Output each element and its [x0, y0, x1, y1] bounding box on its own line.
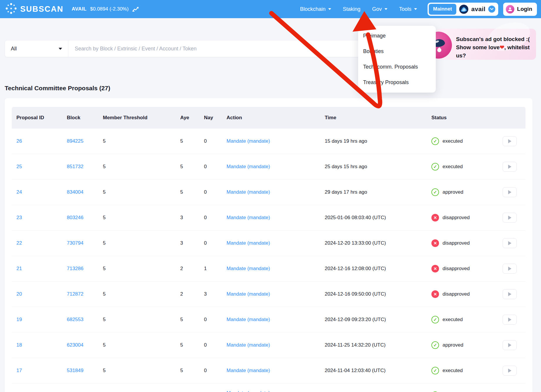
expand-row-button[interactable] — [503, 289, 517, 299]
expand-row-button[interactable] — [503, 162, 517, 172]
table-row-partial: Mandate (mandate) ✓ — [12, 384, 525, 392]
member-threshold-value: 5 — [103, 138, 180, 144]
expand-row-button[interactable] — [503, 366, 517, 376]
action-link[interactable]: Mandate (mandate) — [227, 189, 270, 195]
proposal-id-link[interactable]: 25 — [16, 164, 22, 169]
col-header-aye: Aye — [180, 115, 204, 121]
search-filter-dropdown[interactable]: All — [5, 40, 68, 57]
status-cell: ✓ executed — [431, 162, 521, 172]
proposal-id-link[interactable]: 21 — [16, 266, 22, 271]
block-link[interactable]: 682553 — [67, 317, 84, 322]
login-button[interactable]: Login — [503, 3, 537, 16]
expand-row-button[interactable] — [503, 264, 517, 274]
check-circle-icon: ✓ — [431, 367, 439, 374]
status-cell: ✕ disapproved — [431, 264, 521, 274]
action-link[interactable]: Mandate (mandate) — [227, 240, 270, 246]
expand-row-button[interactable] — [503, 187, 517, 197]
block-link[interactable]: 623004 — [67, 342, 84, 348]
gov-menu-item-bounties[interactable]: Bounties — [358, 44, 436, 59]
member-threshold-value: 5 — [103, 342, 180, 348]
action-link[interactable]: Mandate (mandate) — [227, 368, 270, 373]
nav-item-gov[interactable]: Gov — [372, 6, 387, 12]
status-label: approved — [443, 342, 463, 348]
login-label: Login — [517, 6, 532, 12]
action-link[interactable]: Mandate (mandate) — [227, 390, 270, 392]
action-link[interactable]: Mandate (mandate) — [227, 138, 270, 144]
token-price: $0.0894 (-2.30%) — [90, 6, 129, 12]
block-link[interactable]: 851732 — [67, 164, 84, 169]
expand-row-button[interactable] — [503, 315, 517, 325]
time-value: 2024-11-25 14:32:20 (UTC) — [325, 342, 431, 348]
action-link[interactable]: Mandate (mandate) — [227, 291, 270, 297]
aye-count: 3 — [180, 240, 204, 246]
nav-item-staking[interactable]: Staking — [343, 6, 360, 12]
proposal-id-link[interactable]: 26 — [16, 138, 22, 144]
action-link[interactable]: Mandate (mandate) — [227, 342, 270, 348]
block-link[interactable]: 531849 — [67, 368, 84, 373]
block-link[interactable]: 730794 — [67, 240, 84, 246]
subscan-logo[interactable]: SUBSCAN — [5, 3, 64, 16]
aye-count: 5 — [180, 138, 204, 144]
status-cell: ✓ approved — [431, 187, 521, 197]
gov-menu-item-tech-comm-proposals[interactable]: Tech. comm. Proposals — [358, 59, 436, 75]
proposal-id-link[interactable]: 18 — [16, 342, 22, 348]
gov-menu-item-treasury-proposals[interactable]: Treasury Proposals — [358, 75, 436, 90]
proposal-id-link[interactable]: 19 — [16, 317, 22, 322]
check-circle-icon: ✓ — [431, 188, 439, 196]
time-value: 25 days 15 hrs ago — [325, 164, 431, 170]
main-nav: Blockchain Staking Gov Tools — [300, 6, 417, 12]
network-selector: Mainnet avail — [428, 3, 498, 16]
status-label: executed — [443, 317, 463, 323]
aye-count: 2 — [180, 291, 204, 297]
action-link[interactable]: Mandate (mandate) — [227, 317, 270, 322]
mainnet-button[interactable]: Mainnet — [429, 4, 456, 15]
play-icon — [508, 241, 511, 245]
expand-row-button[interactable] — [503, 340, 517, 350]
nay-count: 0 — [204, 317, 227, 323]
time-value: 2025-01-06 08:03:40 (UTC) — [325, 215, 431, 221]
x-circle-icon: ✕ — [431, 290, 439, 298]
nay-count: 0 — [204, 164, 227, 170]
subscan-logo-icon — [5, 3, 17, 16]
proposal-id-link[interactable]: 17 — [16, 368, 22, 373]
price-chart-icon[interactable] — [132, 6, 139, 12]
heart-icon: ❤ — [500, 44, 504, 50]
ad-blocked-banner[interactable]: Subscan's ad got blocked :( Show some lo… — [435, 29, 536, 60]
nay-count: 3 — [204, 291, 227, 297]
expand-row-button[interactable] — [503, 136, 517, 146]
nay-count: 0 — [204, 368, 227, 374]
block-link[interactable]: 712872 — [67, 291, 84, 297]
status-cell: ✓ approved — [431, 340, 521, 350]
nav-item-blockchain[interactable]: Blockchain — [300, 6, 331, 12]
chevron-down-icon — [385, 8, 387, 10]
action-link[interactable]: Mandate (mandate) — [227, 215, 270, 220]
play-icon — [508, 216, 511, 220]
block-link[interactable]: 834004 — [67, 189, 84, 195]
status-label: disapproved — [443, 291, 470, 297]
proposal-id-link[interactable]: 24 — [16, 189, 22, 195]
time-value: 2024-11-04 12:03:40 (UTC) — [325, 368, 431, 374]
proposal-id-link[interactable]: 20 — [16, 291, 22, 297]
proposal-id-link[interactable]: 23 — [16, 215, 22, 220]
action-link[interactable]: Mandate (mandate) — [227, 164, 270, 169]
x-circle-icon: ✕ — [431, 214, 439, 221]
nay-count: 0 — [204, 189, 227, 195]
block-link[interactable]: 803246 — [67, 215, 84, 220]
status-label: disapproved — [443, 215, 470, 221]
page-content: All Technical Committee Proposals (27) P… — [0, 40, 541, 392]
table-row: 23 803246 5 3 0 Mandate (mandate) 2025-0… — [12, 205, 525, 231]
block-link[interactable]: 713286 — [67, 266, 84, 271]
table-row: 17 531849 5 5 0 Mandate (mandate) 2024-1… — [12, 358, 525, 384]
nav-item-tools[interactable]: Tools — [399, 6, 417, 12]
expand-row-button[interactable] — [503, 238, 517, 248]
play-icon — [508, 343, 511, 347]
nay-count: 0 — [204, 138, 227, 144]
status-cell: ✕ disapproved — [431, 289, 521, 299]
member-threshold-value: 5 — [103, 164, 180, 170]
network-dropdown-toggle[interactable] — [488, 6, 495, 13]
expand-row-button[interactable] — [503, 213, 517, 223]
action-link[interactable]: Mandate (mandate) — [227, 266, 270, 271]
gov-menu-item-preimage[interactable]: Preimage — [358, 28, 436, 44]
block-link[interactable]: 894225 — [67, 138, 84, 144]
proposal-id-link[interactable]: 22 — [16, 240, 22, 246]
